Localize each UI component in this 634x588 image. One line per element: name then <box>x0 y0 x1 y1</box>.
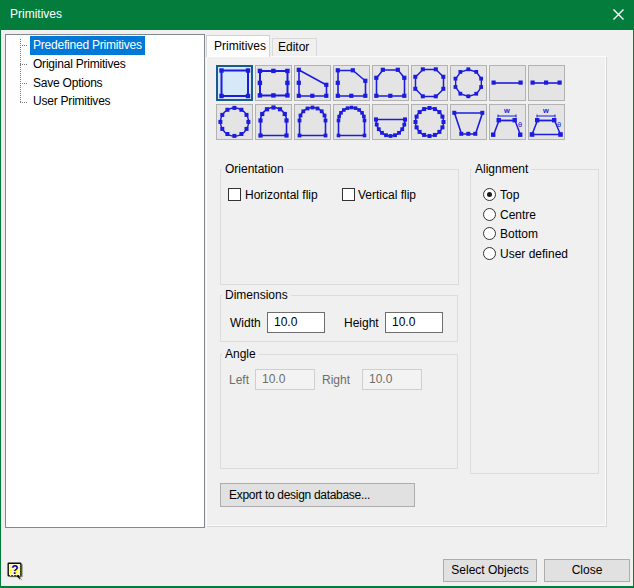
svg-text:w: w <box>503 106 510 115</box>
svg-text:?: ? <box>11 563 18 577</box>
svg-text:θ: θ <box>557 120 561 129</box>
svg-text:θ: θ <box>518 120 522 129</box>
svg-text:w: w <box>542 106 549 115</box>
